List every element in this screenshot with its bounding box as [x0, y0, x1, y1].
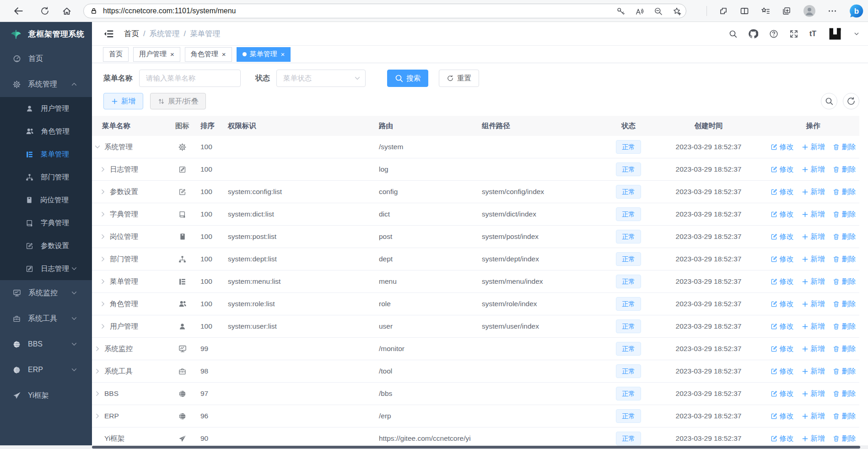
- sidebar-item-BBS[interactable]: BBS: [0, 331, 92, 357]
- reset-button[interactable]: 重置: [439, 70, 479, 87]
- close-tab-icon[interactable]: ×: [281, 50, 285, 58]
- collections-icon[interactable]: [782, 6, 791, 16]
- row-op-删除-link[interactable]: 删除: [833, 344, 856, 354]
- row-op-新增-link[interactable]: 新增: [802, 210, 825, 219]
- row-op-新增-link[interactable]: 新增: [802, 322, 825, 331]
- row-op-删除-link[interactable]: 删除: [833, 434, 856, 444]
- chevron-right-icon[interactable]: [99, 233, 106, 240]
- bing-icon[interactable]: b: [849, 3, 864, 19]
- row-op-新增-link[interactable]: 新增: [802, 187, 825, 197]
- row-op-修改-link[interactable]: 修改: [771, 367, 794, 376]
- help-icon[interactable]: [769, 29, 778, 38]
- chevron-right-icon[interactable]: [94, 368, 101, 375]
- row-op-删除-link[interactable]: 删除: [833, 299, 856, 309]
- chevron-right-icon[interactable]: [99, 166, 106, 173]
- expand-collapse-button[interactable]: 展开/折叠: [150, 93, 206, 109]
- row-op-新增-link[interactable]: 新增: [802, 411, 825, 421]
- sidebar-item-日志管理[interactable]: 日志管理: [0, 257, 92, 280]
- row-op-删除-link[interactable]: 删除: [833, 142, 856, 152]
- chevron-right-icon[interactable]: [99, 189, 106, 195]
- sidebar-item-系统工具[interactable]: 系统工具: [0, 306, 92, 331]
- tag-tab-角色管理[interactable]: 角色管理×: [185, 47, 232, 62]
- chevron-right-icon[interactable]: [99, 301, 106, 308]
- close-tab-icon[interactable]: ×: [222, 50, 226, 58]
- breadcrumb-item[interactable]: 首页: [124, 29, 139, 38]
- key-icon[interactable]: [616, 7, 625, 16]
- chevron-right-icon[interactable]: [99, 278, 106, 285]
- row-op-修改-link[interactable]: 修改: [771, 299, 794, 309]
- sidebar-item-Yi框架[interactable]: Yi框架: [0, 383, 92, 408]
- split-screen-icon[interactable]: [740, 6, 749, 16]
- row-op-删除-link[interactable]: 删除: [833, 367, 856, 376]
- caret-down-icon[interactable]: [854, 31, 859, 37]
- status-select[interactable]: 菜单状态: [276, 70, 366, 87]
- search-icon[interactable]: [729, 30, 737, 38]
- sidebar-item-参数设置[interactable]: 参数设置: [0, 234, 92, 257]
- chevron-down-icon[interactable]: [94, 144, 101, 151]
- row-op-新增-link[interactable]: 新增: [802, 389, 825, 399]
- profile-icon[interactable]: [803, 5, 816, 17]
- row-op-新增-link[interactable]: 新增: [802, 165, 825, 174]
- chevron-right-icon[interactable]: [99, 211, 106, 218]
- lock-icon[interactable]: [90, 7, 97, 15]
- collapse-sidebar-icon[interactable]: [103, 28, 114, 39]
- row-op-删除-link[interactable]: 删除: [833, 232, 856, 242]
- menu-name-input[interactable]: [139, 70, 241, 87]
- row-op-修改-link[interactable]: 修改: [771, 232, 794, 242]
- more-icon[interactable]: [828, 6, 837, 16]
- row-op-删除-link[interactable]: 删除: [833, 210, 856, 219]
- row-op-修改-link[interactable]: 修改: [771, 142, 794, 152]
- row-op-新增-link[interactable]: 新增: [802, 142, 825, 152]
- chevron-right-icon[interactable]: [94, 346, 101, 352]
- row-op-删除-link[interactable]: 删除: [833, 165, 856, 174]
- row-op-修改-link[interactable]: 修改: [771, 411, 794, 421]
- chevron-right-icon[interactable]: [99, 323, 106, 330]
- row-op-新增-link[interactable]: 新增: [802, 434, 825, 444]
- toggle-search-button[interactable]: [821, 93, 837, 109]
- row-op-删除-link[interactable]: 删除: [833, 254, 856, 264]
- row-op-新增-link[interactable]: 新增: [802, 299, 825, 309]
- row-op-修改-link[interactable]: 修改: [771, 322, 794, 331]
- user-avatar-logo-icon[interactable]: [827, 26, 843, 42]
- read-aloud-icon[interactable]: [635, 7, 644, 16]
- sidebar-item-首页[interactable]: 首页: [0, 46, 92, 71]
- chevron-right-icon[interactable]: [94, 413, 101, 420]
- sidebar-item-角色管理[interactable]: 角色管理: [0, 120, 92, 143]
- font-size-icon[interactable]: tT: [809, 30, 816, 38]
- zoom-out-icon[interactable]: [654, 7, 663, 16]
- fullscreen-icon[interactable]: [789, 29, 798, 38]
- row-op-修改-link[interactable]: 修改: [771, 254, 794, 264]
- add-button[interactable]: 新增: [103, 93, 143, 109]
- row-op-新增-link[interactable]: 新增: [802, 254, 825, 264]
- sidebar-item-系统管理[interactable]: 系统管理: [0, 71, 92, 97]
- sidebar-item-岗位管理[interactable]: 岗位管理: [0, 189, 92, 211]
- sidebar-item-部门管理[interactable]: 部门管理: [0, 166, 92, 189]
- search-button[interactable]: 搜索: [387, 70, 428, 87]
- favorites-bar-icon[interactable]: [761, 6, 770, 16]
- row-op-新增-link[interactable]: 新增: [802, 277, 825, 287]
- sidebar-item-字典管理[interactable]: 字典管理: [0, 211, 92, 234]
- chevron-right-icon[interactable]: [99, 256, 106, 263]
- back-icon[interactable]: [13, 5, 24, 16]
- row-op-删除-link[interactable]: 删除: [833, 187, 856, 197]
- home-icon[interactable]: [61, 5, 72, 16]
- row-op-修改-link[interactable]: 修改: [771, 187, 794, 197]
- sidebar-item-ERP[interactable]: ERP: [0, 357, 92, 383]
- row-op-修改-link[interactable]: 修改: [771, 344, 794, 354]
- row-op-删除-link[interactable]: 删除: [833, 411, 856, 421]
- tag-tab-菜单管理[interactable]: 菜单管理×: [237, 47, 291, 62]
- sidebar-item-用户管理[interactable]: 用户管理: [0, 97, 92, 120]
- github-icon[interactable]: [748, 29, 758, 39]
- row-op-删除-link[interactable]: 删除: [833, 322, 856, 331]
- row-op-新增-link[interactable]: 新增: [802, 232, 825, 242]
- row-op-修改-link[interactable]: 修改: [771, 389, 794, 399]
- breadcrumb-item[interactable]: 系统管理: [150, 29, 180, 38]
- row-op-删除-link[interactable]: 删除: [833, 389, 856, 399]
- sidebar-item-系统监控[interactable]: 系统监控: [0, 280, 92, 306]
- row-op-修改-link[interactable]: 修改: [771, 277, 794, 287]
- favorite-add-icon[interactable]: [673, 7, 681, 16]
- extensions-icon[interactable]: [719, 6, 728, 16]
- close-tab-icon[interactable]: ×: [170, 50, 174, 58]
- tag-tab-用户管理[interactable]: 用户管理×: [133, 47, 180, 62]
- row-op-修改-link[interactable]: 修改: [771, 210, 794, 219]
